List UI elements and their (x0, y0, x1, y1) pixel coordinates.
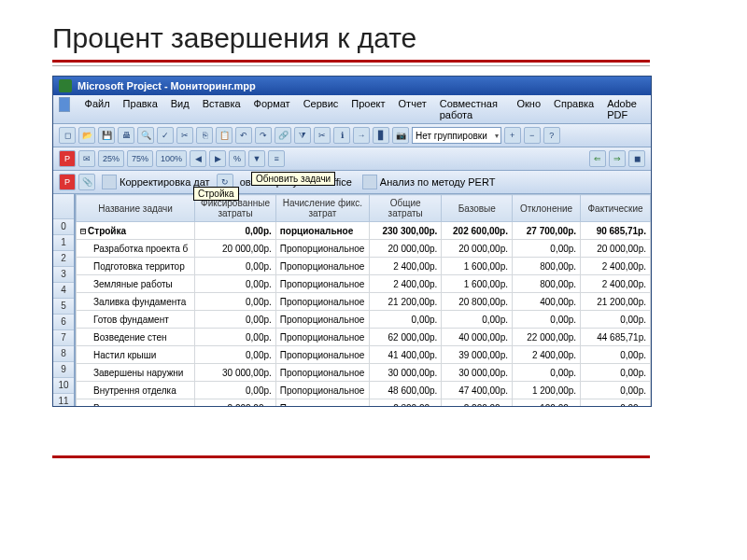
cell-variance[interactable]: 0,00р. (513, 311, 581, 329)
cell-variance[interactable]: 800,00р. (513, 275, 581, 293)
table-row[interactable]: Разработка проекта б20 000,00р.Пропорцио… (77, 240, 651, 258)
cell-fixed[interactable]: 0,00р. (195, 311, 276, 329)
menu-report[interactable]: Отчет (397, 97, 429, 121)
select-all-cell[interactable] (53, 194, 74, 219)
split-icon[interactable]: ✂ (314, 127, 331, 144)
table-row[interactable]: Земляные работы0,00р.Пропорциональное2 4… (77, 275, 651, 293)
cell-actual[interactable]: 0,00р. (581, 311, 651, 329)
cell-accrual[interactable]: Пропорциональное (275, 364, 369, 382)
row-header[interactable]: 1 (53, 235, 74, 251)
cell-actual[interactable]: 0,00р. (581, 382, 651, 399)
indent-left-icon[interactable]: ◀ (190, 150, 206, 167)
row-header[interactable]: 6 (53, 315, 74, 330)
cell-total[interactable]: 30 000,00р. (369, 364, 441, 382)
cell-accrual[interactable]: Пропорциональное (275, 293, 369, 311)
new-icon[interactable]: ◻ (59, 127, 76, 144)
cell-baseline[interactable]: 47 400,00р. (442, 382, 513, 399)
row-header[interactable]: 0 (53, 219, 74, 235)
redo-icon[interactable]: ↷ (255, 127, 272, 144)
cell-name[interactable]: Разработка проекта б (77, 240, 195, 258)
cell-fixed[interactable]: 0,00р. (195, 346, 276, 364)
row-header[interactable]: 10 (53, 378, 74, 394)
unlink-icon[interactable]: ⧩ (294, 127, 311, 144)
help-icon[interactable]: ? (543, 127, 560, 144)
nav-prev-icon[interactable]: ⇐ (589, 150, 606, 167)
cell-baseline[interactable]: 40 000,00р. (442, 329, 513, 346)
menu-format[interactable]: Формат (252, 97, 292, 121)
cell-name[interactable]: Завершены наружни (77, 364, 195, 382)
undo-icon[interactable]: ↶ (235, 127, 252, 144)
cell-total[interactable]: 230 300,00р. (369, 222, 441, 240)
row-header[interactable]: 11 (53, 394, 74, 406)
cell-baseline[interactable]: 39 000,00р. (442, 346, 513, 364)
cell-accrual[interactable]: Пропорциональное (275, 399, 369, 407)
col-actual[interactable]: Фактические (581, 195, 651, 222)
row-header[interactable]: 3 (53, 267, 74, 283)
cell-actual[interactable]: 44 685,71р. (581, 329, 651, 346)
cell-baseline[interactable]: 30 000,00р. (442, 364, 513, 382)
cell-baseline[interactable]: 20 800,00р. (442, 293, 513, 311)
cell-variance[interactable]: 27 700,00р. (513, 222, 581, 240)
row-header[interactable]: 4 (53, 283, 74, 299)
preview-icon[interactable]: 🔍 (137, 127, 154, 144)
spell-icon[interactable]: ✓ (157, 127, 174, 144)
cell-fixed[interactable]: 0,00р. (195, 222, 276, 240)
cell-baseline[interactable]: 0,00р. (442, 311, 513, 329)
cell-name[interactable]: Готов фундамент (77, 311, 195, 329)
cell-total[interactable]: 41 400,00р. (369, 346, 441, 364)
cell-accrual[interactable]: Пропорциональное (275, 346, 369, 364)
cut-icon[interactable]: ✂ (176, 127, 193, 144)
table-row[interactable]: Внутрення отделка0,00р.Пропорциональное4… (77, 382, 651, 399)
row-header[interactable]: 5 (53, 299, 74, 315)
cell-baseline[interactable]: 202 600,00р. (442, 222, 513, 240)
col-variance[interactable]: Отклонение (513, 195, 581, 222)
pdf-icon[interactable]: P (59, 150, 76, 167)
menu-tools[interactable]: Сервис (302, 97, 341, 121)
col-name[interactable]: Название задачи (77, 195, 195, 222)
cell-actual[interactable]: 90 685,71р. (581, 222, 651, 240)
menu-collab[interactable]: Совместная работа (438, 97, 506, 121)
stop-icon[interactable]: ◼ (628, 150, 645, 167)
cell-name[interactable]: Подготовка территор (77, 258, 195, 275)
menu-edit[interactable]: Правка (121, 97, 160, 121)
cell-accrual[interactable]: Пропорциональное (275, 311, 369, 329)
cell-fixed[interactable]: 0,00р. (195, 293, 276, 311)
pdf2-icon[interactable]: P (59, 174, 76, 190)
cell-actual[interactable]: 0,00р. (581, 346, 651, 364)
outline-toggle-icon[interactable]: ⊟ (80, 226, 86, 236)
cell-actual[interactable]: 21 200,00р. (581, 293, 651, 311)
nav-next-icon[interactable]: ⇒ (609, 150, 626, 167)
cell-accrual[interactable]: Пропорциональное (275, 240, 369, 258)
cell-fixed[interactable]: 30 000,00р. (195, 364, 276, 382)
paste-icon[interactable]: 📋 (216, 127, 233, 144)
menu-file[interactable]: Файл (83, 97, 112, 121)
info-icon[interactable]: ℹ (333, 127, 350, 144)
cell-variance[interactable]: 22 000,00р. (513, 329, 581, 346)
table-row[interactable]: Вывоз мусора2 000,00р.Пропорциональное2 … (77, 399, 651, 407)
cell-actual[interactable]: 2 400,00р. (581, 258, 651, 275)
col-accrual[interactable]: Начисление фикс. затрат (275, 195, 369, 222)
cell-accrual[interactable]: Пропорциональное (275, 258, 369, 275)
row-header[interactable]: 2 (53, 251, 74, 267)
cell-actual[interactable]: 0,00р. (581, 364, 651, 382)
cell-name[interactable]: Заливка фундамента (77, 293, 195, 311)
copy-icon[interactable]: ⎘ (196, 127, 213, 144)
cell-variance[interactable]: 2 400,00р. (513, 346, 581, 364)
link-icon[interactable]: 🔗 (275, 127, 291, 144)
cell-fixed[interactable]: 0,00р. (195, 275, 276, 293)
cell-variance[interactable]: 0,00р. (513, 364, 581, 382)
table-row[interactable]: Завершены наружни30 000,00р.Пропорционал… (77, 364, 651, 382)
indent-right-icon[interactable]: ▶ (209, 150, 226, 167)
cell-baseline[interactable]: 1 600,00р. (442, 275, 513, 293)
zoomin-icon[interactable]: + (504, 127, 521, 144)
cell-fixed[interactable]: 0,00р. (195, 329, 276, 346)
cell-total[interactable]: 62 000,00р. (369, 329, 441, 346)
cell-total[interactable]: 2 400,00р. (369, 275, 441, 293)
cell-fixed[interactable]: 2 000,00р. (195, 399, 276, 407)
row-header[interactable]: 8 (53, 346, 74, 362)
cell-variance[interactable]: 1 200,00р. (513, 382, 581, 399)
cell-name[interactable]: Настил крыши (77, 346, 195, 364)
cell-accrual[interactable]: Пропорциональное (275, 382, 369, 399)
menu-view[interactable]: Вид (169, 97, 191, 121)
table-row[interactable]: ⊟Стройка0,00р.порциональное230 300,00р.2… (77, 222, 651, 240)
